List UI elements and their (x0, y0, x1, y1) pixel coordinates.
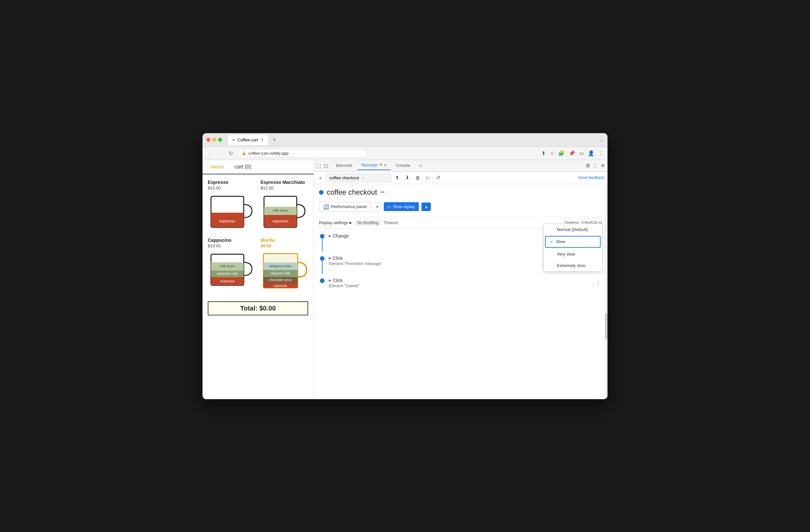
speed-option-extremely-slow[interactable]: Extremely slow (544, 260, 602, 271)
address-bar: ← → ↻ 🔒 coffee-cart.netlify.app ⬆ ☆ 🧩 📌 … (202, 147, 608, 160)
step-line-2 (319, 256, 325, 274)
tab-recorder-close[interactable]: ✕ (384, 163, 387, 167)
traffic-lights (207, 138, 222, 142)
slow-replay-button[interactable]: ▷ Slow replay (384, 202, 419, 211)
step-line-1 (319, 233, 325, 252)
coffee-mug-mocha: whipped cream steamed milk chocolate syr… (261, 251, 308, 293)
scrollbar-thumb[interactable] (605, 313, 608, 339)
play-button[interactable]: ▷ (424, 174, 432, 181)
minimize-traffic-light[interactable] (212, 138, 216, 142)
total-banner: Total: $0.00 (208, 301, 308, 316)
coffee-price-cappucino: $19.00 (208, 243, 256, 248)
step-content-click-submit: ▶ Click Element "Submit" (329, 278, 590, 288)
recording-header: coffee checkout ✏ (319, 188, 602, 197)
inspect-icon[interactable]: ◻ (324, 163, 328, 169)
coffee-mug-macchiato: milk foam espresso (261, 193, 307, 232)
speed-dropdown: Normal (Default) ✓ Slow Very slow Extrem… (544, 224, 602, 272)
step-connector-1 (322, 239, 323, 252)
chevron-down-icon[interactable]: ⌄ (600, 137, 603, 142)
devtools-panel: ⬚ ◻ Elements Recorder 📍 ✕ Console » ⚙ ⋮ … (314, 160, 608, 399)
main-area: menu cart (0) Espresso $10.00 (202, 160, 608, 399)
tab-elements[interactable]: Elements (332, 161, 356, 170)
step-title-click-submit[interactable]: ▶ Click (329, 278, 590, 283)
svg-text:steamed milk: steamed milk (271, 272, 290, 275)
edit-title-icon[interactable]: ✏ (380, 189, 385, 195)
step-arrow-click1: ▶ (329, 256, 331, 260)
profile-icon[interactable]: 👤 (588, 150, 595, 156)
step-arrow-change: ▶ (329, 234, 331, 238)
replay-settings-label[interactable]: Replay settings ▶ (319, 220, 352, 225)
delete-button[interactable]: 🗑 (414, 174, 422, 181)
coffee-price-macchiato: $12.00 (261, 186, 308, 190)
address-input[interactable]: 🔒 coffee-cart.netlify.app (237, 149, 368, 158)
cursor-icon[interactable]: ⬚ (317, 163, 321, 169)
browser-tab-active[interactable]: ▼ Coffee cart ✕ (227, 134, 269, 145)
action-row: 🔄 Performance panel ▾ ▷ Slow replay ▲ (319, 202, 602, 212)
url-text: coffee-cart.netlify.app (248, 151, 289, 156)
nav-cart-link[interactable]: cart (0) (234, 164, 251, 170)
coffee-item-espresso[interactable]: Espresso $10.00 espresso (208, 180, 256, 232)
svg-text:whipped cream: whipped cream (269, 264, 291, 268)
svg-text:chocolate syrup: chocolate syrup (269, 278, 291, 282)
bookmark-icon[interactable]: ☆ (550, 150, 554, 156)
history-button[interactable]: ↺ (434, 174, 442, 181)
speed-option-normal[interactable]: Normal (Default) (544, 224, 602, 235)
speed-option-very-slow[interactable]: Very slow (544, 248, 602, 260)
step-menu-click-submit[interactable]: ⋮ (594, 278, 602, 286)
tab-more[interactable]: » (416, 161, 426, 170)
cast-icon[interactable]: ▭ (579, 150, 584, 156)
download-button[interactable]: ⬇ (403, 174, 411, 181)
performance-panel-button[interactable]: 🔄 Performance panel (319, 202, 371, 212)
step-line-3 (319, 278, 325, 283)
pin-icon[interactable]: 📌 (569, 150, 575, 156)
send-feedback-button[interactable]: Send feedback (578, 175, 604, 180)
step-dot-1 (320, 234, 325, 239)
forward-button[interactable]: → (217, 149, 225, 157)
step-arrow-click2: ▶ (329, 278, 331, 282)
upload-button[interactable]: ⬆ (393, 174, 401, 181)
extension-icon[interactable]: 🧩 (558, 150, 565, 156)
close-traffic-light[interactable] (207, 138, 210, 142)
close-devtools-icon[interactable]: ✕ (601, 163, 605, 169)
replay-settings-arrow: ▶ (350, 221, 352, 224)
more-icon[interactable]: ⋮ (598, 150, 603, 156)
coffee-item-mocha[interactable]: Mocha $8.00 whipped crea (261, 238, 308, 293)
svg-text:espresso: espresso (274, 284, 287, 288)
recording-status-dot (319, 190, 324, 195)
refresh-button[interactable]: ↻ (227, 149, 234, 158)
browser-window: ▼ Coffee cart ✕ + ⌄ ← → ↻ 🔒 coffee-cart.… (202, 133, 608, 399)
tab-recorder[interactable]: Recorder 📍 ✕ (358, 161, 391, 170)
svg-text:milk foam: milk foam (220, 264, 235, 268)
more-options-icon[interactable]: ⋮ (593, 163, 598, 169)
coffee-item-espresso-macchiato[interactable]: Espresso Macchiato $12.00 milk foam espr… (261, 180, 308, 232)
tab-label: Coffee cart (238, 138, 258, 142)
back-button[interactable]: ← (207, 149, 214, 157)
recording-dropdown-arrow[interactable]: ⌄ (361, 175, 364, 180)
coffee-price-espresso: $10.00 (208, 186, 256, 190)
recorder-content: coffee checkout ✏ 🔄 Performance panel ▾ … (314, 184, 608, 399)
scrollbar-track (605, 184, 608, 399)
tab-close-icon[interactable]: ✕ (260, 137, 264, 143)
coffee-item-cappucino[interactable]: Cappucino $19.00 milk foam steamed milk (208, 238, 256, 293)
tab-console[interactable]: Console (392, 161, 414, 170)
share-icon[interactable]: ⬆ (541, 150, 546, 156)
lock-icon: 🔒 (242, 151, 246, 156)
coffee-grid: Espresso $10.00 espresso (202, 174, 313, 299)
slow-replay-dropdown-button[interactable]: ▲ (421, 203, 431, 211)
new-tab-button[interactable]: + (270, 135, 279, 145)
step-dot-3 (320, 278, 325, 283)
coffee-price-mocha: $8.00 (261, 243, 308, 248)
add-recording-button[interactable]: + (317, 174, 324, 181)
perf-panel-dropdown-button[interactable]: ▾ (374, 202, 381, 211)
recording-name-selector[interactable]: coffee checkout ⌄ (326, 174, 391, 182)
tab-favicon-icon: ▼ (232, 138, 236, 142)
coffee-nav: menu cart (0) (202, 160, 313, 174)
maximize-traffic-light[interactable] (218, 138, 222, 142)
step-row-click-submit: ▶ Click Element "Submit" ⋮ (319, 276, 602, 290)
speed-option-slow[interactable]: ✓ Slow (545, 236, 601, 248)
settings-icon[interactable]: ⚙ (586, 163, 590, 169)
browser-toolbar-icons: ⬆ ☆ 🧩 📌 ▭ 👤 ⋮ (541, 150, 603, 156)
nav-menu-link[interactable]: menu (210, 164, 224, 170)
svg-text:espresso: espresso (220, 279, 235, 283)
svg-text:espresso: espresso (272, 219, 288, 224)
